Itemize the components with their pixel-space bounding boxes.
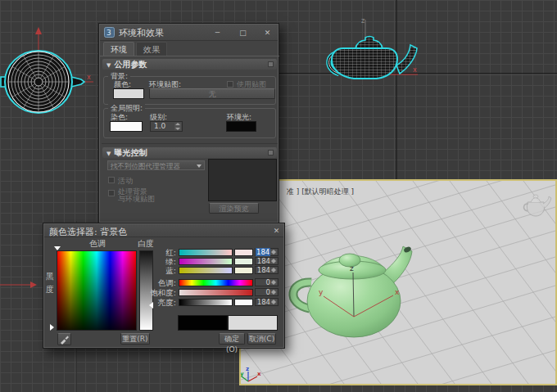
teapot-front-wireframe[interactable] bbox=[329, 37, 417, 79]
background-color-swatch[interactable] bbox=[113, 88, 144, 99]
reset-button[interactable]: 重置(R) bbox=[120, 333, 150, 345]
spinner-arrows-icon[interactable] bbox=[270, 300, 277, 304]
ambient-color-swatch[interactable] bbox=[226, 121, 256, 132]
dialog-titlebar[interactable]: 颜色选择器: 背景色 ✕ bbox=[44, 224, 283, 237]
tab-divider bbox=[100, 56, 279, 56]
dialog-title: 环境和效果 bbox=[119, 27, 164, 39]
environment-map-label: 环境贴图: bbox=[149, 80, 181, 88]
axis-x-label: x bbox=[257, 371, 261, 377]
green-end-swatch bbox=[234, 258, 253, 265]
red-slider[interactable] bbox=[179, 249, 233, 256]
viewport-left-axis bbox=[0, 270, 49, 303]
brightness-value-spinner[interactable]: 184 bbox=[255, 298, 278, 306]
teapot-top-wireframe[interactable] bbox=[1, 51, 84, 113]
active-checkbox[interactable] bbox=[108, 177, 115, 183]
3dsmax-logo-icon: 3 bbox=[104, 27, 115, 38]
axis-y-label: y bbox=[241, 371, 244, 377]
ok-button[interactable]: 确定(O) bbox=[219, 333, 245, 345]
viewport-front[interactable]: z x bbox=[278, 0, 557, 179]
separator bbox=[102, 143, 278, 144]
spinner-arrows-icon[interactable] bbox=[270, 259, 277, 264]
color-selector-dialog: 颜色选择器: 背景色 ✕ 色调 白度 黑 度 红: 184 绿: 184 蓝: bbox=[43, 223, 285, 349]
dialog-title: 颜色选择器: 背景色 bbox=[49, 226, 127, 238]
hue-marker-icon[interactable] bbox=[54, 246, 61, 250]
hue-label: 色调: bbox=[124, 279, 176, 287]
environment-effects-dialog: 3 环境和效果 ─ □ ✕ 环境 效果 ▼公用参数 背景: 颜色: 环境贴图: … bbox=[98, 23, 279, 223]
green-slider[interactable] bbox=[179, 258, 233, 265]
color-label: 颜色: bbox=[114, 80, 131, 88]
collapse-arrow-icon: ▼ bbox=[106, 61, 111, 71]
rollout-common-parameters[interactable]: ▼公用参数 bbox=[102, 59, 277, 70]
dialog-titlebar[interactable]: 3 环境和效果 ─ □ ✕ bbox=[100, 25, 278, 41]
eyedropper-icon bbox=[59, 335, 70, 345]
use-map-checkbox[interactable] bbox=[227, 81, 233, 88]
spinner-arrows-icon[interactable] bbox=[270, 280, 277, 285]
cancel-button[interactable]: 取消(C) bbox=[247, 333, 276, 345]
environment-map-none-button[interactable]: 无 bbox=[149, 88, 275, 99]
close-icon[interactable]: ✕ bbox=[271, 226, 282, 236]
blue-value-spinner[interactable]: 184 bbox=[255, 266, 278, 274]
hue-header: 色调 bbox=[89, 238, 106, 250]
red-value-spinner[interactable]: 184 bbox=[255, 248, 278, 256]
blackness-char: 度 bbox=[46, 283, 54, 296]
green-value[interactable]: 184 bbox=[257, 257, 270, 265]
viewport-label[interactable]: 准 ] [默认明暗处理 ] bbox=[287, 187, 354, 197]
minimize-icon[interactable]: ─ bbox=[212, 28, 223, 38]
perspective-scene: z y x z y x bbox=[241, 181, 555, 384]
spinner-arrows-icon[interactable] bbox=[174, 123, 181, 130]
axis-x-label: x bbox=[395, 288, 400, 296]
viewport-top[interactable]: x bbox=[0, 23, 102, 117]
whiteness-header: 白度 bbox=[138, 238, 154, 250]
spinner-arrows-icon[interactable] bbox=[270, 250, 277, 255]
blue-end-swatch bbox=[234, 267, 253, 274]
red-end-swatch bbox=[234, 249, 253, 256]
tab-environment[interactable]: 环境 bbox=[103, 42, 134, 56]
process-background-checkbox[interactable] bbox=[108, 190, 115, 196]
maximize-icon[interactable]: □ bbox=[238, 28, 248, 38]
blackness-char: 黑 bbox=[46, 270, 54, 283]
viewport-perspective[interactable]: z y x z y x 准 ] [默认明暗处理 ] bbox=[239, 179, 557, 385]
collapse-arrow-icon: ▼ bbox=[106, 149, 111, 160]
rollout-title: 曝光控制 bbox=[114, 148, 147, 157]
rollout-exposure-control[interactable]: ▼曝光控制 bbox=[102, 147, 277, 158]
axis-y-label: y bbox=[319, 288, 324, 296]
red-value[interactable]: 184 bbox=[256, 248, 270, 256]
level-spinner[interactable]: 1.0 bbox=[150, 121, 183, 132]
level-label: 级别: bbox=[150, 113, 167, 121]
active-label: 活动 bbox=[118, 177, 133, 185]
chevron-down-icon bbox=[197, 164, 202, 168]
close-icon[interactable]: ✕ bbox=[262, 28, 273, 38]
tint-color-swatch[interactable] bbox=[110, 121, 143, 132]
tint-label: 染色: bbox=[111, 113, 128, 121]
axis-arrow-up bbox=[35, 27, 42, 34]
rollout-title: 公用参数 bbox=[114, 60, 147, 69]
green-value-spinner[interactable]: 184 bbox=[255, 257, 278, 265]
saturation-slider[interactable] bbox=[179, 289, 253, 296]
spinner-arrows-icon[interactable] bbox=[270, 268, 277, 273]
blue-value[interactable]: 184 bbox=[257, 266, 270, 274]
rollout-pin-icon bbox=[268, 61, 274, 67]
blackness-marker-icon[interactable] bbox=[50, 324, 54, 331]
brightness-end-swatch bbox=[234, 299, 253, 306]
new-color-swatch bbox=[228, 315, 278, 331]
tab-effects[interactable]: 效果 bbox=[136, 42, 167, 56]
use-map-label: 使用贴图 bbox=[237, 80, 266, 88]
hue-value-spinner[interactable]: 0 bbox=[255, 278, 278, 286]
blue-slider[interactable] bbox=[179, 267, 233, 274]
brightness-label: 亮度: bbox=[124, 299, 176, 307]
brightness-value[interactable]: 184 bbox=[257, 298, 270, 306]
application-window: x bbox=[0, 0, 557, 392]
red-label: 红: bbox=[124, 249, 176, 257]
axis-x-label: x bbox=[87, 74, 91, 81]
axis-z-label: z bbox=[246, 366, 249, 372]
brightness-slider[interactable] bbox=[179, 299, 233, 306]
exposure-control-dropdown[interactable]: 找不到位图代理管理器 bbox=[107, 160, 205, 170]
blackness-label: 黑 度 bbox=[46, 270, 54, 296]
level-value: 1.0 bbox=[151, 122, 165, 130]
saturation-value-spinner[interactable]: 0 bbox=[255, 288, 278, 296]
render-preview-button[interactable]: 渲染预览 bbox=[209, 203, 259, 214]
spinner-arrows-icon[interactable] bbox=[270, 290, 277, 295]
axis-x-label: x bbox=[413, 66, 417, 74]
hue-slider[interactable] bbox=[179, 279, 253, 286]
eyedropper-button[interactable] bbox=[57, 333, 71, 345]
